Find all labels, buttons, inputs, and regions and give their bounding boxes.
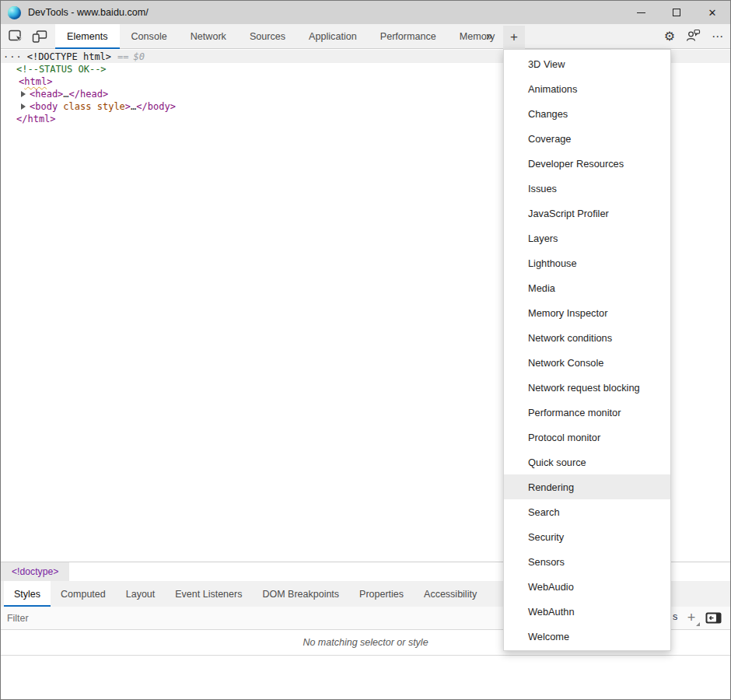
menu-item-memory-inspector[interactable]: Memory Inspector [504, 300, 670, 325]
menu-item-rendering[interactable]: Rendering [504, 474, 670, 499]
html-close-tag: </html> [16, 113, 56, 125]
doctype-text: <!DOCTYPE html> [23, 51, 111, 63]
inspect-element-button[interactable] [5, 24, 27, 49]
menu-item-javascript-profiler[interactable]: JavaScript Profiler [504, 201, 670, 226]
menu-item-issues[interactable]: Issues [504, 176, 670, 201]
maximize-icon [673, 9, 680, 16]
device-emulation-icon [32, 30, 47, 44]
tab-properties[interactable]: Properties [349, 581, 414, 607]
menu-item-security[interactable]: Security [504, 524, 670, 549]
toggle-sidebar-icon [705, 612, 722, 624]
panel-tabs: Elements Console Network Sources Applica… [55, 24, 506, 49]
feedback-icon [686, 29, 701, 42]
tab-event-listeners[interactable]: Event Listeners [165, 581, 252, 607]
menu-item-changes[interactable]: Changes [504, 101, 670, 126]
tab-layout[interactable]: Layout [116, 581, 166, 607]
minimize-button[interactable] [623, 1, 659, 24]
maximize-button[interactable] [659, 1, 694, 24]
tab-accessibility[interactable]: Accessibility [414, 581, 487, 607]
tab-console[interactable]: Console [120, 24, 179, 49]
menu-item-3d-view[interactable]: 3D View [504, 51, 670, 76]
menu-item-layers[interactable]: Layers [504, 226, 670, 250]
menu-item-coverage[interactable]: Coverage [504, 126, 670, 151]
styles-filter-input[interactable] [1, 613, 234, 624]
menu-item-webauthn[interactable]: WebAuthn [504, 599, 670, 624]
title-bar: DevTools - www.baidu.com/ ✕ [1, 1, 730, 24]
body-close-tag: </body> [136, 100, 176, 113]
dollar0-annotation: $0 [129, 51, 145, 63]
drawer-empty-area [1, 656, 730, 699]
head-ellipsis: … [63, 88, 68, 100]
body-class-attr: class [58, 100, 91, 113]
html-open-lt: < [19, 75, 24, 88]
html-open-gt: > [47, 75, 52, 88]
tab-network[interactable]: Network [179, 24, 238, 49]
menu-item-protocol-monitor[interactable]: Protocol monitor [504, 425, 670, 450]
menu-item-developer-resources[interactable]: Developer Resources [504, 151, 670, 176]
menu-item-network-console[interactable]: Network Console [504, 350, 670, 375]
tab-sources[interactable]: Sources [238, 24, 297, 49]
more-tools-menu: 3D View Animations Changes Coverage Deve… [503, 49, 671, 651]
inspect-element-icon [9, 30, 24, 44]
menu-item-lighthouse[interactable]: Lighthouse [504, 250, 670, 275]
minimize-icon [637, 12, 645, 13]
expand-arrow-icon[interactable] [21, 91, 26, 97]
body-open-gt: > [125, 100, 131, 113]
menu-item-performance-monitor[interactable]: Performance monitor [504, 400, 670, 425]
window-controls: ✕ [623, 1, 730, 24]
tab-computed[interactable]: Computed [51, 581, 116, 607]
body-open-tag: <body [30, 100, 58, 113]
head-close-tag: </head> [69, 88, 109, 100]
devtools-toolbar: Elements Console Network Sources Applica… [1, 24, 730, 49]
menu-item-webaudio[interactable]: WebAudio [504, 574, 670, 599]
close-icon: ✕ [708, 7, 717, 19]
toggle-computed-sidebar-button[interactable] [705, 612, 722, 627]
menu-item-quick-source[interactable]: Quick source [504, 450, 670, 474]
edge-logo-icon [8, 6, 21, 19]
devtools-window: { "window": { "title": "DevTools - www.b… [0, 0, 731, 700]
cls-button-fragment[interactable]: s [673, 611, 677, 622]
feedback-button[interactable] [686, 29, 701, 45]
tab-dom-breakpoints[interactable]: DOM Breakpoints [252, 581, 349, 607]
menu-item-network-request-blocking[interactable]: Network request blocking [504, 375, 670, 400]
more-tools-button[interactable]: + [503, 26, 525, 49]
more-tabs-button[interactable]: » [479, 24, 499, 49]
equals-annotation: == [111, 51, 128, 63]
window-title: DevTools - www.baidu.com/ [28, 7, 149, 18]
expand-arrow-icon[interactable] [21, 103, 26, 110]
settings-gear-icon[interactable]: ⚙ [664, 30, 675, 43]
node-menu-dots[interactable]: ··· [1, 51, 23, 63]
tab-application[interactable]: Application [297, 24, 369, 49]
menu-item-media[interactable]: Media [504, 275, 670, 300]
new-style-rule-caret-icon [696, 622, 700, 626]
no-matching-selector-message: No matching selector or style [303, 637, 428, 648]
menu-item-search[interactable]: Search [504, 499, 670, 524]
menu-item-network-conditions[interactable]: Network conditions [504, 325, 670, 350]
menu-item-sensors[interactable]: Sensors [504, 549, 670, 574]
html-tag-name: html [24, 75, 47, 88]
tab-styles[interactable]: Styles [4, 581, 51, 607]
comment-text: <!--STATUS OK--> [16, 63, 107, 75]
more-options-icon[interactable]: ⋯ [712, 30, 724, 44]
breadcrumb-doctype[interactable]: <!doctype> [1, 562, 69, 581]
device-emulation-button[interactable] [29, 24, 51, 49]
body-style-attr: style [91, 100, 124, 113]
head-open-tag: <head> [30, 88, 63, 100]
tab-elements[interactable]: Elements [55, 24, 120, 49]
tab-performance[interactable]: Performance [369, 24, 448, 49]
body-ellipsis: … [131, 100, 136, 113]
menu-item-animations[interactable]: Animations [504, 76, 670, 101]
toolbar-right-icons: ⚙ ⋯ [664, 24, 724, 49]
close-button[interactable]: ✕ [694, 1, 730, 24]
menu-item-welcome[interactable]: Welcome [504, 624, 670, 649]
